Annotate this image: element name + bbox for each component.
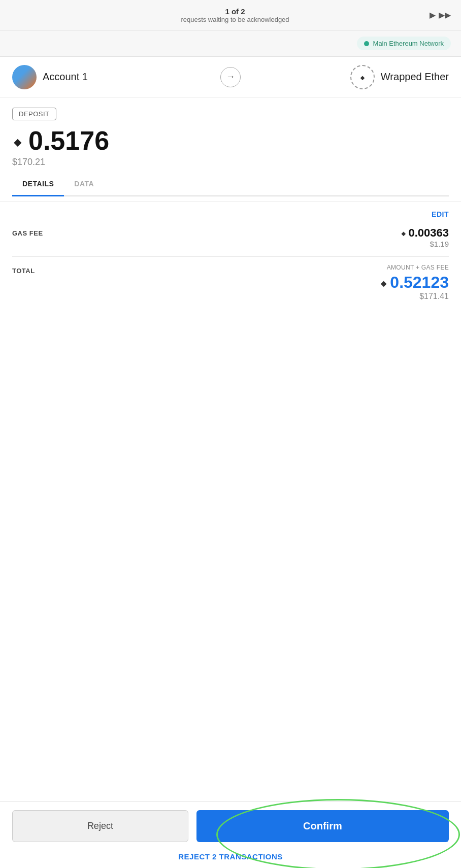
gas-fee-label: GAS FEE [12, 226, 43, 237]
network-name: Main Ethereum Network [373, 40, 444, 47]
spacer [0, 502, 461, 802]
total-eth: ⬥ 0.52123 [380, 273, 449, 292]
confirm-button[interactable]: Confirm [196, 810, 449, 842]
avatar [12, 65, 37, 89]
amount-row: ⬥ 0.5176 [12, 127, 449, 154]
main-container: 1 of 2 requests waiting to be acknowledg… [0, 0, 461, 868]
transaction-amount: 0.5176 [28, 127, 109, 154]
nav-skip-button[interactable]: ▶▶ [439, 10, 451, 20]
transaction-type-badge: DEPOSIT [12, 108, 56, 120]
button-row: Reject Confirm [12, 810, 449, 842]
gas-fee-values: ⬥ 0.00363 $1.19 [401, 226, 449, 248]
gas-eth-icon: ⬥ [401, 228, 406, 239]
reject-button[interactable]: Reject [12, 810, 188, 842]
account-row: Account 1 → ⬥ Wrapped Ether [0, 57, 461, 97]
token-icon: ⬥ [350, 65, 375, 89]
gas-fee-eth-amount: 0.00363 [408, 226, 449, 240]
details-section: EDIT GAS FEE ⬥ 0.00363 $1.19 TOTAL AMOUN… [0, 202, 461, 502]
tab-details[interactable]: DETAILS [12, 173, 64, 196]
total-usd: $171.41 [419, 292, 449, 301]
gas-fee-usd: $1.19 [430, 240, 449, 248]
total-values: AMOUNT + GAS FEE ⬥ 0.52123 $171.41 [380, 264, 449, 301]
gas-fee-row: GAS FEE ⬥ 0.00363 $1.19 [12, 222, 449, 257]
total-eth-icon: ⬥ [380, 276, 387, 290]
reject-all-button[interactable]: REJECT 2 TRANSACTIONS [12, 848, 449, 863]
transaction-amount-usd: $170.21 [12, 157, 449, 168]
network-status-dot [364, 41, 369, 46]
edit-button[interactable]: EDIT [432, 210, 449, 218]
total-sublabel: AMOUNT + GAS FEE [387, 264, 449, 271]
requests-count: 1 of 2 [225, 7, 245, 16]
bottom-section: Reject Confirm REJECT 2 TRANSACTIONS [0, 802, 461, 868]
gas-fee-eth: ⬥ 0.00363 [401, 226, 449, 240]
account-right: ⬥ Wrapped Ether [241, 65, 449, 89]
token-name: Wrapped Ether [381, 71, 449, 83]
nav-forward-button[interactable]: ▶ [430, 10, 436, 20]
nav-arrows: ▶ ▶▶ [430, 10, 451, 20]
total-eth-amount: 0.52123 [390, 273, 449, 292]
network-badge: Main Ethereum Network [357, 37, 451, 50]
total-row: TOTAL AMOUNT + GAS FEE ⬥ 0.52123 $171.41 [12, 257, 449, 306]
requests-subtitle: requests waiting to be acknowledged [181, 16, 289, 23]
transaction-section: DEPOSIT ⬥ 0.5176 $170.21 DETAILS DATA [0, 97, 461, 202]
top-bar-center: 1 of 2 requests waiting to be acknowledg… [41, 7, 430, 23]
edit-link-row: EDIT [12, 202, 449, 222]
eth-diamond-large-icon: ⬥ [12, 130, 23, 151]
eth-diamond-small-icon: ⬥ [359, 71, 366, 83]
tabs-row: DETAILS DATA [12, 173, 449, 196]
top-bar: 1 of 2 requests waiting to be acknowledg… [0, 0, 461, 30]
tab-data[interactable]: DATA [64, 173, 104, 196]
account-name: Account 1 [43, 71, 88, 83]
transfer-arrow-icon: → [220, 67, 241, 87]
total-label: TOTAL [12, 264, 35, 275]
account-left: Account 1 [12, 65, 220, 89]
network-bar: Main Ethereum Network [0, 30, 461, 57]
